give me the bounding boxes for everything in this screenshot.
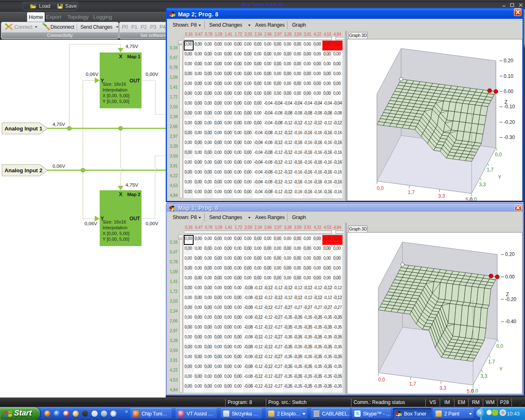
svg-text:4,75V: 4,75V: [126, 182, 138, 188]
svg-text:0.20: 0.20: [505, 251, 515, 257]
svg-text:Y: Y: [499, 366, 502, 372]
svg-text:Analog Input 1: Analog Input 1: [5, 126, 43, 132]
svg-text:1,7: 1,7: [409, 381, 416, 387]
svg-text:Map 1: Map 1: [127, 54, 141, 59]
svg-text:1,7: 1,7: [408, 189, 415, 195]
svg-text:4,75V: 4,75V: [126, 43, 138, 49]
svg-text:3,3: 3,3: [479, 182, 486, 187]
svg-text:X: X: [119, 54, 123, 59]
svg-text:0.10: 0.10: [504, 73, 514, 79]
svg-text:OUT: OUT: [130, 216, 140, 221]
svg-text:4,75V: 4,75V: [52, 121, 65, 127]
svg-text:1,7: 1,7: [487, 167, 494, 173]
svg-text:1,7: 1,7: [488, 359, 495, 365]
svg-text:0,0: 0,0: [495, 152, 502, 158]
svg-text:Y: Y: [498, 174, 501, 180]
svg-text:-0.20: -0.20: [504, 119, 515, 125]
svg-text:3,3: 3,3: [438, 193, 445, 199]
svg-text:-0.40: -0.40: [505, 319, 516, 324]
svg-text:Analog Input 2: Analog Input 2: [5, 167, 42, 173]
svg-text:3,3: 3,3: [440, 385, 447, 391]
svg-text:0,06V: 0,06V: [52, 163, 65, 169]
svg-text:-0.30: -0.30: [504, 135, 515, 140]
svg-text:0,06V: 0,06V: [86, 71, 98, 77]
svg-text:0,06V: 0,06V: [84, 221, 97, 226]
svg-text:0,0: 0,0: [496, 343, 503, 349]
svg-text:0,0: 0,0: [471, 388, 478, 394]
svg-text:0.00: 0.00: [504, 89, 514, 94]
svg-text:0,0: 0,0: [378, 377, 385, 383]
svg-text:0.20: 0.20: [504, 58, 514, 64]
svg-text:OUT: OUT: [130, 78, 140, 84]
svg-text:0,0: 0,0: [377, 185, 384, 191]
svg-text:0,00V: 0,00V: [146, 71, 158, 77]
svg-text:0,00V: 0,00V: [146, 221, 158, 226]
svg-text:Z: Z: [506, 292, 509, 297]
svg-text:3,3: 3,3: [480, 373, 487, 379]
svg-text:X: X: [119, 192, 123, 197]
svg-text:Map 2: Map 2: [127, 192, 141, 197]
svg-text:0,0: 0,0: [470, 196, 477, 201]
svg-text:0.00: 0.00: [505, 274, 515, 280]
svg-text:Z: Z: [504, 99, 507, 105]
